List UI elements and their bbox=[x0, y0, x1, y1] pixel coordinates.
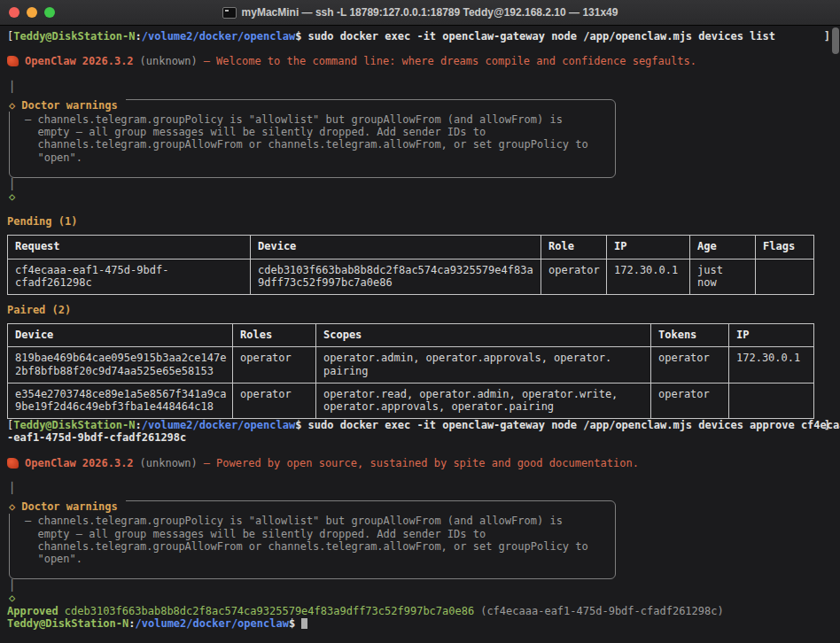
approved-line: Approvedcdeb3103f663bab8b8dc2f8ac574ca93… bbox=[7, 605, 833, 617]
blank-line bbox=[7, 43, 833, 55]
col-header-roles: Roles bbox=[233, 324, 316, 347]
command-text: sudo docker exec -it openclaw-gateway no… bbox=[301, 419, 840, 431]
col-header-request: Request bbox=[8, 236, 251, 259]
terminal-window: myMacMini — ssh -L 18789:127.0.0.1:18789… bbox=[0, 0, 840, 643]
wrap-marker: ] bbox=[824, 30, 830, 43]
prompt-user-host: Teddy@DiskStation-N bbox=[13, 30, 135, 43]
cell-tokens: operator bbox=[651, 347, 729, 383]
window-titlebar: myMacMini — ssh -L 18789:127.0.0.1:18789… bbox=[0, 0, 840, 26]
window-title: myMacMini — ssh -L 18789:127.0.0.1:18789… bbox=[222, 6, 618, 19]
pending-table-row: cf4ecaaa-eaf1-475d-9bdf-cfadf261298c cde… bbox=[8, 259, 814, 294]
banner-tagline: — Powered by open source, sustained by s… bbox=[204, 457, 639, 469]
gutter-line: │ bbox=[7, 579, 833, 592]
prompt-dollar: $ bbox=[289, 617, 295, 630]
warning-text: channels.telegram.groupAllowFrom or chan… bbox=[25, 540, 606, 553]
prompt-colon: : bbox=[136, 30, 142, 43]
command-line-list: [Teddy@DiskStation-N:/volume2/docker/ope… bbox=[7, 30, 833, 43]
step-diamond-icon: ◇ bbox=[7, 190, 833, 203]
command-line-approve: [Teddy@DiskStation-N:/volume2/docker/ope… bbox=[7, 419, 833, 431]
paired-devices-table: Device Roles Scopes Tokens IP 819bae469b… bbox=[7, 323, 814, 419]
banner-build: (unknown) bbox=[140, 55, 198, 67]
warning-text: empty — all group messages will be silen… bbox=[25, 528, 606, 540]
banner-build: (unknown) bbox=[140, 457, 198, 469]
cell-flags bbox=[756, 259, 814, 294]
paired-section-title: Paired (2) bbox=[7, 304, 833, 316]
traffic-lights bbox=[9, 7, 55, 18]
pending-section-title: Pending (1) bbox=[7, 215, 833, 228]
lobster-logo-icon bbox=[7, 458, 19, 469]
doctor-warnings-panel: ◇Doctor warnings – channels.telegram.gro… bbox=[9, 99, 833, 178]
prompt-colon: : bbox=[136, 419, 142, 431]
col-header-ip: IP bbox=[729, 324, 814, 347]
cell-ip: 172.30.0.1 bbox=[607, 259, 690, 294]
cell-device-hash: 819bae469b64cae095e915b3aa2ce147e 2bf8bf… bbox=[8, 347, 233, 383]
wrap-marker: ] bbox=[824, 419, 830, 431]
cell-tokens: operator bbox=[651, 383, 729, 418]
gutter-line: │ bbox=[7, 482, 833, 494]
banner-name: OpenClaw bbox=[25, 457, 76, 469]
note-diamond-icon: ◇ bbox=[9, 99, 15, 112]
pending-devices-table: Request Device Role IP Age Flags cf4ecaa… bbox=[7, 235, 814, 295]
cell-age: just now bbox=[690, 259, 756, 294]
close-button[interactable] bbox=[9, 7, 19, 18]
doctor-warnings-panel: ◇Doctor warnings – channels.telegram.gro… bbox=[9, 500, 833, 579]
warning-text: "open". bbox=[25, 553, 606, 565]
col-header-age: Age bbox=[690, 236, 756, 259]
col-header-device: Device bbox=[8, 324, 233, 347]
banner-line-list: OpenClaw2026.3.2(unknown)— Welcome to th… bbox=[7, 55, 833, 67]
col-header-device: Device bbox=[251, 236, 541, 259]
cell-device-hash: cdeb3103f663bab8b8dc2f8ac574ca9325579e4f… bbox=[251, 259, 541, 294]
step-diamond-icon: ◇ bbox=[7, 592, 833, 604]
col-header-scopes: Scopes bbox=[316, 324, 651, 347]
blank-line bbox=[7, 68, 833, 81]
approved-label: Approved bbox=[7, 605, 58, 617]
col-header-tokens: Tokens bbox=[651, 324, 729, 347]
col-header-role: Role bbox=[541, 236, 607, 259]
note-diamond-icon: ◇ bbox=[9, 500, 15, 513]
prompt-colon: : bbox=[128, 617, 135, 630]
lobster-logo-icon bbox=[7, 56, 19, 66]
terminal-screen[interactable]: [Teddy@DiskStation-N:/volume2/docker/ope… bbox=[0, 26, 840, 643]
minimize-button[interactable] bbox=[27, 7, 37, 18]
col-header-ip: IP bbox=[607, 236, 690, 259]
col-header-flags: Flags bbox=[756, 236, 814, 259]
blank-line bbox=[7, 469, 833, 482]
cell-device-hash: e354e2703748ce89e1a5e8567f341a9ca 9be19f… bbox=[8, 383, 233, 418]
blank-line bbox=[7, 203, 833, 215]
prompt-line[interactable]: Teddy@DiskStation-N:/volume2/docker/open… bbox=[7, 617, 833, 630]
warning-text: – channels.telegram.groupPolicy is "allo… bbox=[25, 113, 606, 126]
prompt-user-host: Teddy@DiskStation-N bbox=[13, 419, 135, 431]
blank-line bbox=[7, 445, 833, 457]
table-header-row: Request Device Role IP Age Flags bbox=[8, 236, 814, 259]
warning-text: channels.telegram.groupAllowFrom or chan… bbox=[25, 138, 606, 151]
prompt-user-host: Teddy@DiskStation-N bbox=[7, 617, 128, 630]
cell-ip bbox=[729, 383, 814, 418]
cell-role: operator bbox=[541, 259, 607, 294]
prompt-path: /volume2/docker/openclaw bbox=[142, 30, 295, 43]
cell-scopes: operator.admin, operator.approvals, oper… bbox=[316, 347, 651, 383]
banner-version: 2026.3.2 bbox=[82, 457, 134, 469]
gutter-line: │ bbox=[7, 81, 833, 93]
cell-roles: operator bbox=[233, 383, 316, 418]
terminal-cursor bbox=[301, 618, 307, 629]
scrollbar-thumb[interactable] bbox=[832, 27, 839, 54]
banner-name: OpenClaw bbox=[25, 55, 76, 67]
banner-tagline: — Welcome to the command line: where dre… bbox=[204, 55, 696, 67]
command-text: sudo docker exec -it openclaw-gateway no… bbox=[301, 30, 775, 43]
banner-line-approve: OpenClaw2026.3.2(unknown)— Powered by op… bbox=[7, 457, 833, 469]
banner-version: 2026.3.2 bbox=[82, 55, 134, 67]
paired-table-row: e354e2703748ce89e1a5e8567f341a9ca 9be19f… bbox=[8, 383, 814, 418]
terminal-app-icon bbox=[222, 7, 237, 19]
approved-device-hash: cdeb3103f663bab8b8dc2f8ac574ca9325579e4f… bbox=[65, 605, 474, 617]
warning-text: – channels.telegram.groupPolicy is "allo… bbox=[25, 515, 606, 527]
command-line-approve-continuation: -eaf1-475d-9bdf-cfadf261298c bbox=[7, 431, 833, 444]
doctor-warnings-title: Doctor warnings bbox=[21, 500, 117, 513]
warning-text: empty — all group messages will be silen… bbox=[25, 126, 606, 138]
approved-request-ref: (cf4ecaaa-eaf1-475d-9bdf-cfadf261298c) bbox=[480, 605, 724, 617]
warning-text: "open". bbox=[25, 151, 606, 164]
cell-roles: operator bbox=[233, 347, 316, 383]
doctor-warnings-header: ◇Doctor warnings bbox=[9, 500, 126, 513]
doctor-warnings-title: Doctor warnings bbox=[21, 99, 117, 112]
doctor-warnings-header: ◇Doctor warnings bbox=[9, 99, 126, 112]
zoom-button[interactable] bbox=[44, 7, 55, 18]
